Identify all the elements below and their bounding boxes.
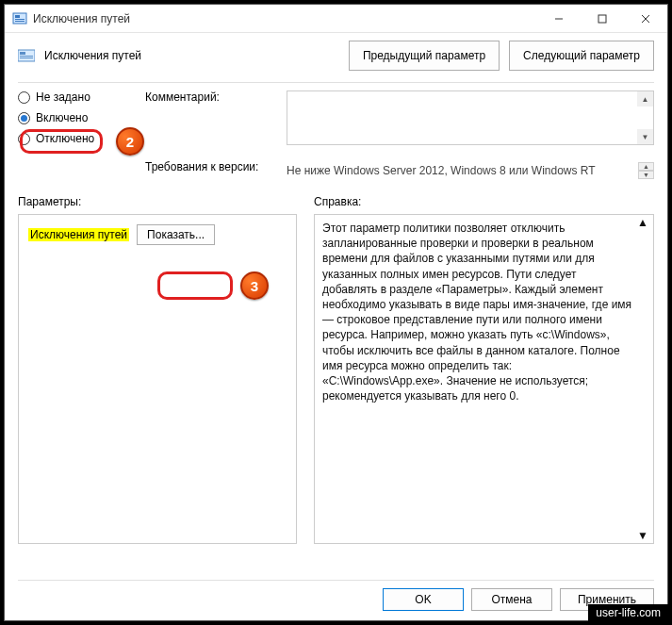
state-radio-group: Не задано Включено Отключено <box>18 90 117 182</box>
comment-textarea[interactable]: ▲ ▼ <box>287 90 654 145</box>
show-button[interactable]: Показать... <box>137 224 215 245</box>
scroll-up-icon[interactable]: ▲ <box>637 91 653 107</box>
svg-rect-11 <box>20 58 33 58</box>
toolbar-title: Исключения путей <box>44 49 141 62</box>
title-bar: Исключения путей <box>5 5 667 33</box>
annotation-marker-3: 3 <box>240 271 269 300</box>
watermark: user-life.com <box>588 604 668 621</box>
parameter-item-name: Исключения путей <box>28 228 129 241</box>
svg-rect-0 <box>13 13 26 24</box>
svg-rect-3 <box>15 21 25 22</box>
previous-setting-button[interactable]: Предыдущий параметр <box>349 41 500 71</box>
svg-rect-9 <box>20 52 25 55</box>
window-title: Исключения путей <box>33 12 537 25</box>
radio-disabled[interactable]: Отключено <box>18 132 117 145</box>
radio-label: Отключено <box>36 132 94 145</box>
scroll-up-icon[interactable]: ▲ <box>637 215 653 230</box>
close-button[interactable] <box>624 5 667 33</box>
scrollbar[interactable]: ▲ ▼ <box>637 215 653 543</box>
scroll-down-icon[interactable]: ▼ <box>637 129 653 144</box>
radio-icon <box>18 112 30 124</box>
requirements-label: Требования к версии: <box>145 160 277 173</box>
maximize-button[interactable] <box>581 5 624 33</box>
scroll-down-icon[interactable]: ▼ <box>637 528 653 543</box>
svg-rect-10 <box>20 56 33 57</box>
help-text-panel: Этот параметр политики позволяет отключи… <box>314 214 654 544</box>
annotation-marker-2: 2 <box>116 127 144 156</box>
svg-rect-5 <box>598 15 606 23</box>
radio-label: Не задано <box>36 90 90 104</box>
ok-button[interactable]: OK <box>383 588 464 611</box>
spinner[interactable]: ▲ ▼ <box>638 162 654 179</box>
toolbar: Исключения путей Предыдущий параметр Сле… <box>5 33 667 78</box>
svg-rect-2 <box>15 19 25 20</box>
dialog-window: Исключения путей Исключения путей Предыд… <box>4 4 668 621</box>
parameters-section-label: Параметры: <box>18 195 297 208</box>
help-section-label: Справка: <box>314 195 654 208</box>
parameters-panel: Исключения путей Показать... <box>18 214 297 544</box>
radio-not-configured[interactable]: Не задано <box>18 90 117 104</box>
app-icon <box>12 11 27 26</box>
chevron-up-icon[interactable]: ▲ <box>638 162 654 171</box>
policy-icon <box>18 48 35 63</box>
svg-rect-1 <box>15 15 20 18</box>
comment-label: Комментарий: <box>145 90 277 104</box>
cancel-button[interactable]: Отмена <box>471 588 552 611</box>
requirements-value: Не ниже Windows Server 2012, Windows 8 и… <box>287 160 654 182</box>
scrollbar[interactable]: ▲ ▼ <box>637 91 653 144</box>
radio-icon <box>18 133 30 145</box>
minimize-button[interactable] <box>537 5 581 33</box>
chevron-down-icon[interactable]: ▼ <box>638 171 654 179</box>
help-text: Этот параметр политики позволяет отключи… <box>322 222 631 403</box>
radio-label: Включено <box>36 111 88 124</box>
radio-icon <box>18 91 30 104</box>
next-setting-button[interactable]: Следующий параметр <box>509 41 654 71</box>
radio-enabled[interactable]: Включено <box>18 111 117 124</box>
